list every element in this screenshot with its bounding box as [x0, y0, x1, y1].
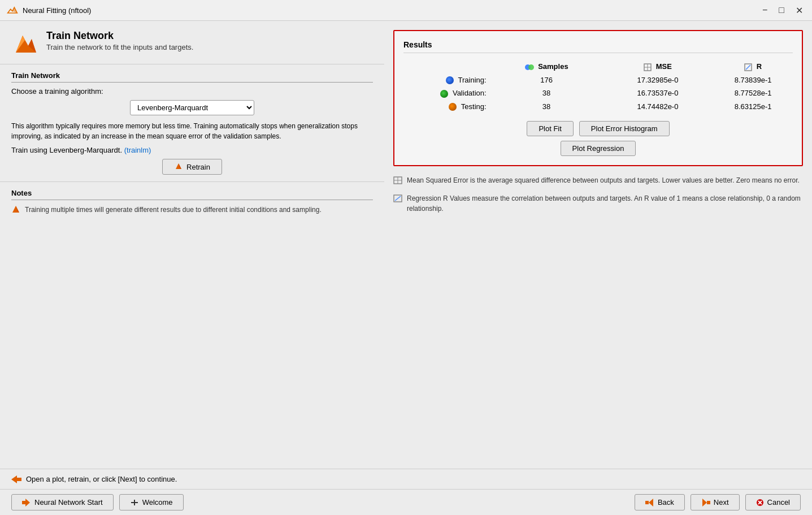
algorithm-dropdown-row: Levenberg-Marquardt Bayesian Regularizat…: [11, 100, 373, 115]
testing-icon: [449, 103, 457, 111]
mse-info-item: Mean Squared Error is the average square…: [393, 175, 803, 185]
testing-text: Testing:: [461, 102, 487, 111]
bottom-bar: Open a plot, retrain, or click [Next] to…: [0, 469, 812, 489]
validation-text: Validation:: [453, 89, 487, 97]
mse-description: Mean Squared Error is the average square…: [407, 175, 800, 185]
validation-mse: 16.73537e-0: [602, 86, 714, 100]
notes-icon: [11, 205, 20, 214]
welcome-button[interactable]: Welcome: [119, 494, 184, 510]
train-using-label: Train using Levenberg-Marquardt.: [11, 146, 122, 154]
col-r-header: R: [713, 60, 793, 73]
svg-marker-22: [22, 499, 30, 507]
welcome-label: Welcome: [142, 498, 173, 507]
info-section: Mean Squared Error is the average square…: [393, 175, 803, 460]
svg-line-20: [395, 196, 401, 201]
footer-nav: Neural Network Start Welcome Back Next: [0, 489, 812, 515]
title-bar: Neural Fitting (nftool) − □ ✕: [0, 0, 812, 21]
plot-regression-button[interactable]: Plot Regression: [561, 141, 636, 156]
testing-samples: 38: [491, 100, 602, 114]
retrain-row: Retrain: [11, 159, 373, 175]
neural-network-start-label: Neural Network Start: [34, 498, 103, 507]
mse-info-icon: [393, 176, 402, 184]
plot-row-1: Plot Fit Plot Error Histogram: [527, 121, 669, 136]
neural-network-start-icon: [22, 499, 31, 507]
minimize-button[interactable]: −: [760, 5, 770, 16]
table-row: Testing: 38 14.74482e-0 8.63125e-1: [403, 100, 793, 114]
results-title: Results: [403, 40, 793, 53]
table-row: Training: 176 17.32985e-0 8.73839e-1: [403, 73, 793, 87]
main-content: Train Network Train the network to fit t…: [0, 21, 812, 469]
testing-label: Testing:: [403, 100, 491, 114]
close-button[interactable]: ✕: [793, 5, 805, 16]
samples-icon: [525, 63, 534, 71]
mse-icon: [644, 63, 652, 71]
header-section: Train Network Train the network to fit t…: [0, 21, 384, 64]
train-network-title: Train Network: [11, 71, 373, 83]
validation-label: Validation:: [403, 86, 491, 100]
results-box: Results Samples: [393, 30, 803, 166]
right-panel: Results Samples: [384, 21, 812, 469]
cancel-label: Cancel: [767, 498, 790, 507]
neural-network-start-button[interactable]: Neural Network Start: [11, 494, 114, 510]
results-table: Samples MSE: [403, 60, 793, 113]
training-mse: 17.32985e-0: [602, 73, 714, 87]
training-icon: [446, 76, 454, 84]
svg-marker-26: [649, 499, 653, 507]
next-icon: [701, 499, 710, 507]
left-panel: Train Network Train the network to fit t…: [0, 21, 384, 469]
page-title: Train Network: [46, 30, 193, 42]
training-label: Training:: [403, 73, 491, 87]
header-text: Train Network Train the network to fit t…: [46, 30, 193, 51]
retrain-icon: [174, 162, 183, 171]
r-description: Regression R Values measure the correlat…: [407, 193, 803, 214]
training-text: Training:: [458, 76, 487, 84]
hint-arrow-icon: [11, 475, 21, 483]
table-row: Validation: 38 16.73537e-0 8.77528e-1: [403, 86, 793, 100]
r-icon: [744, 63, 752, 71]
back-icon: [645, 499, 654, 507]
cancel-icon: [756, 499, 764, 507]
algorithm-select[interactable]: Levenberg-Marquardt Bayesian Regularizat…: [130, 100, 254, 115]
back-label: Back: [658, 498, 674, 507]
training-samples: 176: [491, 73, 602, 87]
col-mse-header: MSE: [602, 60, 714, 73]
notes-section: Notes Training multiple times will gener…: [0, 182, 384, 469]
trainlm-line: Train using Levenberg-Marquardt. (trainl…: [11, 146, 373, 154]
choose-algo-label: Choose a training algorithm:: [11, 87, 373, 96]
cancel-button[interactable]: Cancel: [745, 494, 801, 510]
algorithm-description: This algorithm typically requires more m…: [11, 121, 373, 141]
trainlm-link[interactable]: (trainlm): [124, 146, 151, 154]
next-label: Next: [714, 498, 729, 507]
svg-point-10: [528, 64, 534, 70]
hint-text: Open a plot, retrain, or click [Next] to…: [26, 475, 177, 483]
col-mse-label: MSE: [656, 62, 672, 71]
validation-r: 8.77528e-1: [713, 86, 793, 100]
validation-samples: 38: [491, 86, 602, 100]
footer-nav-right: Back Next Cancel: [635, 494, 801, 510]
training-r: 8.73839e-1: [713, 73, 793, 87]
svg-rect-29: [707, 501, 710, 504]
notes-item-1: Training multiple times will generate di…: [11, 205, 373, 215]
next-button[interactable]: Next: [691, 494, 740, 510]
testing-mse: 14.74482e-0: [602, 100, 714, 114]
plot-row-2: Plot Regression: [561, 141, 636, 156]
window-title: Neural Fitting (nftool): [23, 6, 760, 15]
welcome-icon: [130, 499, 139, 507]
matlab-icon: [7, 5, 18, 16]
train-network-icon: [11, 30, 38, 57]
r-info-item: Regression R Values measure the correlat…: [393, 193, 803, 214]
maximize-button[interactable]: □: [776, 5, 787, 16]
col-samples-header: Samples: [491, 60, 602, 73]
plot-fit-button[interactable]: Plot Fit: [527, 121, 573, 136]
plot-error-histogram-button[interactable]: Plot Error Histogram: [579, 121, 670, 136]
notes-text-1: Training multiple times will generate di…: [25, 205, 322, 215]
window-controls: − □ ✕: [760, 5, 805, 16]
svg-rect-27: [645, 501, 649, 504]
train-network-section: Train Network Choose a training algorith…: [0, 64, 384, 182]
retrain-button[interactable]: Retrain: [162, 159, 222, 175]
svg-marker-28: [702, 499, 707, 507]
validation-icon: [440, 90, 448, 98]
bottom-hint: Open a plot, retrain, or click [Next] to…: [11, 475, 801, 483]
back-button[interactable]: Back: [635, 494, 685, 510]
footer-nav-left: Neural Network Start Welcome: [11, 494, 184, 510]
